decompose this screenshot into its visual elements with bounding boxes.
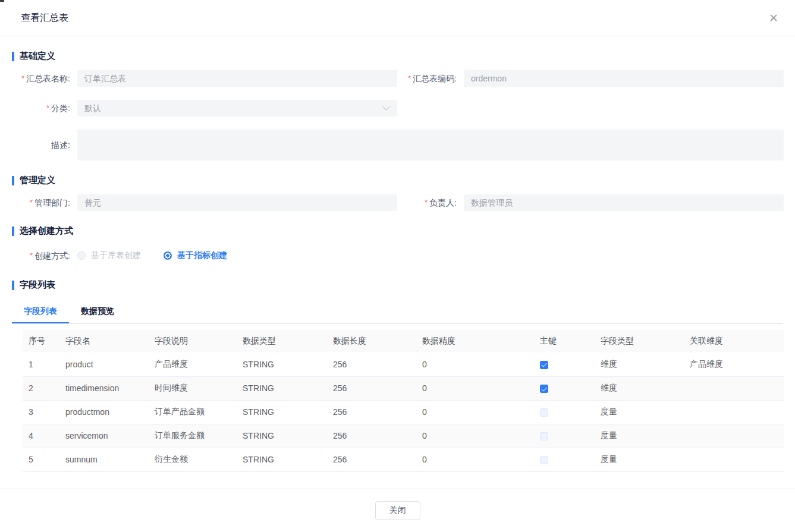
- radio-create-from-indicator[interactable]: 基于指标创建: [164, 250, 227, 261]
- primary-key-checkbox-unchecked: [540, 408, 548, 417]
- section-accent-bar: [12, 52, 14, 61]
- col-field-name: 字段名: [59, 330, 149, 352]
- description-textarea: [77, 130, 784, 160]
- table-cell: 1: [23, 352, 59, 376]
- section-basic-definition: 基础定义: [12, 51, 795, 62]
- primary-key-cell: [534, 400, 595, 424]
- table-cell: [684, 424, 784, 448]
- table-cell: 0: [416, 400, 534, 424]
- section-title: 选择创建方式: [20, 225, 73, 237]
- table-cell: productmon: [59, 400, 149, 424]
- tab-field-list[interactable]: 字段列表: [12, 299, 69, 323]
- section-field-list: 字段列表: [12, 279, 795, 291]
- tab-data-preview[interactable]: 数据预览: [69, 299, 126, 323]
- table-cell: 0: [416, 352, 534, 376]
- col-field-type: 字段类型: [595, 330, 684, 352]
- table-cell: 维度: [595, 352, 684, 376]
- table-cell: [684, 400, 784, 424]
- radio-icon-disabled: [77, 251, 86, 260]
- table-cell: 订单产品金额: [149, 400, 237, 424]
- table-cell: 256: [327, 448, 416, 471]
- description-label: 描述:: [12, 137, 70, 153]
- section-creation-method: 选择创建方式: [12, 225, 795, 237]
- table-cell: 维度: [595, 376, 684, 400]
- table-cell: 订单服务金额: [149, 424, 237, 448]
- col-linked-dimension: 关联维度: [684, 330, 784, 352]
- category-select: 默认: [77, 100, 397, 117]
- owner-label: * 负责人:: [397, 194, 457, 211]
- radio-icon-checked[interactable]: [164, 251, 172, 260]
- table-cell: product: [59, 352, 149, 376]
- field-table: 序号 字段名 字段说明 数据类型 数据长度 数据精度 主键 字段类型 关联维度 …: [23, 330, 784, 472]
- summary-code-label: * 汇总表编码:: [397, 70, 457, 87]
- close-icon[interactable]: ✕: [769, 12, 778, 24]
- table-cell: STRING: [237, 448, 327, 471]
- required-marker: *: [425, 194, 428, 211]
- col-seq: 序号: [23, 330, 59, 352]
- table-row: 4servicemon订单服务金额STRING2560度量: [23, 424, 784, 448]
- section-title: 字段列表: [20, 279, 55, 291]
- table-cell: [684, 376, 784, 400]
- creation-method-label: * 创建方式:: [12, 247, 70, 264]
- table-cell: STRING: [237, 400, 327, 424]
- table-cell: STRING: [237, 424, 327, 448]
- table-cell: servicemon: [59, 424, 149, 448]
- table-cell: STRING: [237, 376, 327, 400]
- summary-name-input: 订单汇总表: [77, 70, 397, 87]
- table-cell: 2: [23, 376, 59, 400]
- col-data-precision: 数据精度: [416, 330, 534, 352]
- owner-input: 数据管理员: [464, 194, 784, 211]
- required-marker: *: [30, 194, 33, 211]
- table-cell: [684, 448, 784, 471]
- background-artifact: [0, 0, 4, 2]
- primary-key-cell: [534, 424, 595, 448]
- col-field-desc: 字段说明: [149, 330, 237, 352]
- radio-create-from-table: 基于库表创建: [77, 250, 141, 261]
- required-marker: *: [408, 70, 411, 87]
- table-cell: 度量: [595, 424, 684, 448]
- table-cell: 度量: [595, 400, 684, 424]
- section-title: 基础定义: [20, 51, 55, 62]
- table-cell: STRING: [237, 352, 327, 376]
- required-marker: *: [30, 247, 33, 264]
- table-cell: 5: [23, 448, 59, 471]
- table-cell: 256: [327, 424, 416, 448]
- table-cell: 256: [327, 352, 416, 376]
- table-row: 3productmon订单产品金额STRING2560度量: [23, 400, 784, 424]
- primary-key-cell: [534, 376, 595, 400]
- primary-key-cell: [534, 448, 595, 471]
- section-accent-bar: [12, 226, 14, 236]
- required-marker: *: [46, 100, 49, 117]
- category-value: 默认: [84, 100, 101, 117]
- category-label: * 分类:: [12, 100, 70, 117]
- section-accent-bar: [12, 281, 14, 290]
- table-row: 5sumnum衍生金额STRING2560度量: [23, 448, 784, 471]
- table-cell: timedimension: [59, 376, 149, 400]
- primary-key-checkbox-checked[interactable]: [540, 361, 548, 369]
- summary-code-input: ordermon: [464, 70, 784, 87]
- dialog-header: 查看汇总表 ✕: [0, 0, 795, 36]
- table-cell: sumnum: [59, 448, 149, 471]
- col-primary-key: 主键: [534, 330, 595, 352]
- close-button[interactable]: 关闭: [375, 501, 420, 520]
- table-header-row: 序号 字段名 字段说明 数据类型 数据长度 数据精度 主键 字段类型 关联维度: [23, 330, 784, 352]
- primary-key-checkbox-checked[interactable]: [540, 385, 548, 393]
- col-data-length: 数据长度: [327, 330, 416, 352]
- table-cell: 产品维度: [149, 352, 237, 376]
- table-cell: 4: [23, 424, 59, 448]
- table-cell: 256: [327, 376, 416, 400]
- table-cell: 衍生金额: [149, 448, 237, 471]
- dialog-footer: 关闭: [0, 489, 795, 532]
- field-table-body: 1product产品维度STRING2560维度产品维度2timedimensi…: [23, 352, 784, 471]
- department-input: 普元: [77, 194, 397, 211]
- table-cell: 256: [327, 400, 416, 424]
- table-cell: 时间维度: [149, 376, 237, 400]
- table-cell: 产品维度: [684, 352, 784, 376]
- table-cell: 度量: [595, 448, 684, 471]
- table-row: 1product产品维度STRING2560维度产品维度: [23, 352, 784, 376]
- chevron-down-icon: [382, 103, 390, 111]
- table-cell: 3: [23, 400, 59, 424]
- primary-key-checkbox-unchecked: [540, 456, 548, 464]
- summary-name-label: * 汇总表名称:: [12, 70, 70, 87]
- primary-key-cell: [534, 352, 595, 376]
